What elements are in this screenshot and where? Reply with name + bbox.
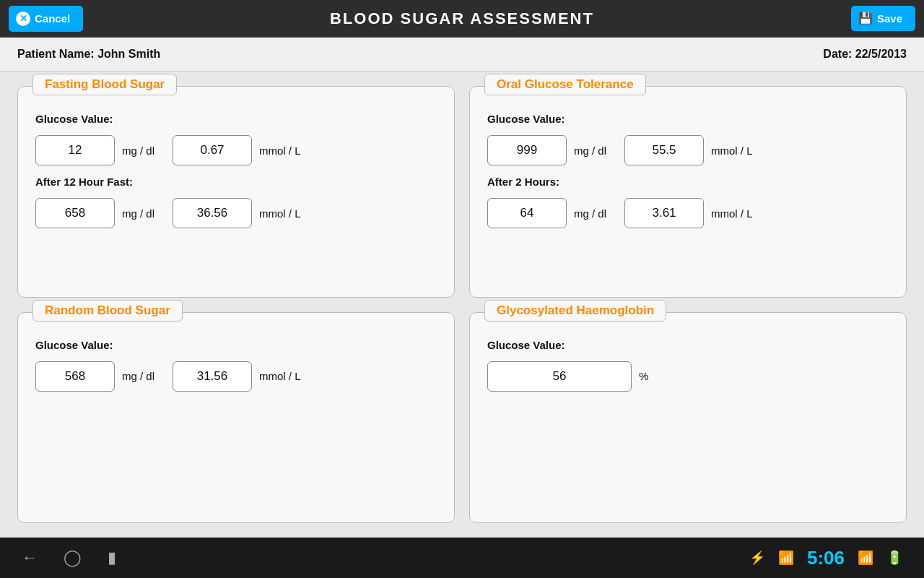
- oral-mmol-input[interactable]: 55.5: [624, 135, 704, 165]
- random-glucose-label: Glucose Value:: [35, 339, 437, 351]
- signal-icon: 📶: [858, 550, 873, 566]
- wifi-icon: 📶: [778, 550, 794, 566]
- date-field: Date: 22/5/2013: [823, 48, 907, 61]
- fasting-blood-sugar-title: Fasting Blood Sugar: [32, 74, 177, 95]
- patient-name-label: Patient Name:: [17, 48, 95, 60]
- patient-bar: Patient Name: John Smith Date: 22/5/2013: [0, 38, 924, 72]
- nav-bar: ← ◯ ▮ ⚡ 📶 5:06 📶 🔋: [0, 538, 924, 578]
- fasting-mgdl-unit: mg / dl: [122, 144, 165, 157]
- glycosylated-percent-input[interactable]: 56: [487, 361, 632, 392]
- save-button[interactable]: 💾 Save: [851, 6, 915, 31]
- nav-left-buttons: ← ◯ ▮: [22, 548, 116, 567]
- fasting-glucose-label: Glucose Value:: [35, 113, 437, 125]
- fasting-after-mgdl-input[interactable]: 658: [35, 198, 115, 228]
- random-blood-sugar-section: Random Blood Sugar Glucose Value: 568 mg…: [17, 312, 455, 524]
- random-blood-sugar-title: Random Blood Sugar: [32, 300, 183, 322]
- save-label: Save: [877, 12, 902, 25]
- fasting-after-mmol-input[interactable]: 36.56: [173, 198, 252, 228]
- glycosylated-glucose-label: Glucose Value:: [487, 339, 889, 351]
- usb-icon: ⚡: [749, 550, 765, 566]
- main-content: Fasting Blood Sugar Glucose Value: 12 mg…: [0, 72, 924, 538]
- oral-glucose-tolerance-title: Oral Glucose Tolerance: [484, 74, 646, 95]
- nav-right-status: ⚡ 📶 5:06 📶 🔋: [749, 547, 902, 569]
- oral-after-label: After 2 Hours:: [487, 176, 889, 188]
- back-icon[interactable]: ←: [22, 548, 38, 567]
- page-title: BLOOD SUGAR ASSESSMENT: [330, 9, 594, 28]
- oral-mgdl-unit: mg / dl: [574, 144, 617, 157]
- cancel-label: Cancel: [35, 12, 70, 25]
- fasting-after-label: After 12 Hour Fast:: [35, 176, 437, 188]
- oral-after-row: 64 mg / dl 3.61 mmol / L: [487, 198, 889, 228]
- recents-icon[interactable]: ▮: [108, 548, 116, 567]
- fasting-mmol-input[interactable]: 0.67: [173, 135, 252, 165]
- oral-glucose-row: 999 mg / dl 55.5 mmol / L: [487, 135, 889, 165]
- oral-mgdl-input[interactable]: 999: [487, 135, 567, 165]
- date-label: Date:: [823, 48, 852, 60]
- oral-after-mgdl-input[interactable]: 64: [487, 198, 567, 228]
- fasting-after-mmol-unit: mmol / L: [259, 207, 302, 220]
- random-glucose-row: 568 mg / dl 31.56 mmol / L: [35, 361, 437, 392]
- random-mgdl-input[interactable]: 568: [35, 361, 115, 392]
- date-value: 22/5/2013: [855, 48, 907, 60]
- time-display: 5:06: [807, 547, 845, 569]
- oral-glucose-label: Glucose Value:: [487, 113, 889, 125]
- glycosylated-row: 56 %: [487, 361, 889, 392]
- oral-after-mmol-unit: mmol / L: [711, 207, 754, 220]
- cancel-x-icon: ✕: [16, 12, 30, 26]
- fasting-mgdl-input[interactable]: 12: [35, 135, 115, 165]
- save-icon: 💾: [858, 12, 873, 25]
- random-mmol-input[interactable]: 31.56: [173, 361, 252, 392]
- patient-name-field: Patient Name: John Smith: [17, 48, 160, 61]
- oral-mmol-unit: mmol / L: [711, 144, 754, 157]
- fasting-mmol-unit: mmol / L: [259, 144, 302, 157]
- fasting-glucose-row: 12 mg / dl 0.67 mmol / L: [35, 135, 437, 165]
- fasting-after-row: 658 mg / dl 36.56 mmol / L: [35, 198, 437, 228]
- battery-icon: 🔋: [886, 550, 902, 566]
- oral-after-mmol-input[interactable]: 3.61: [624, 198, 704, 228]
- glycosylated-haemoglobin-section: Glycosylated Haemoglobin Glucose Value: …: [469, 312, 907, 524]
- fasting-blood-sugar-section: Fasting Blood Sugar Glucose Value: 12 mg…: [17, 86, 455, 298]
- cancel-button[interactable]: ✕ Cancel: [9, 6, 83, 32]
- home-icon[interactable]: ◯: [64, 548, 82, 567]
- random-mgdl-unit: mg / dl: [122, 370, 165, 382]
- patient-name-value: John Smith: [97, 48, 160, 60]
- oral-glucose-tolerance-section: Oral Glucose Tolerance Glucose Value: 99…: [469, 86, 907, 298]
- title-bar: ✕ Cancel BLOOD SUGAR ASSESSMENT 💾 Save: [0, 0, 924, 38]
- oral-after-mgdl-unit: mg / dl: [574, 207, 617, 220]
- glycosylated-haemoglobin-title: Glycosylated Haemoglobin: [484, 300, 666, 322]
- glycosylated-percent-unit: %: [639, 370, 682, 382]
- random-mmol-unit: mmol / L: [259, 370, 302, 382]
- fasting-after-mgdl-unit: mg / dl: [122, 207, 165, 220]
